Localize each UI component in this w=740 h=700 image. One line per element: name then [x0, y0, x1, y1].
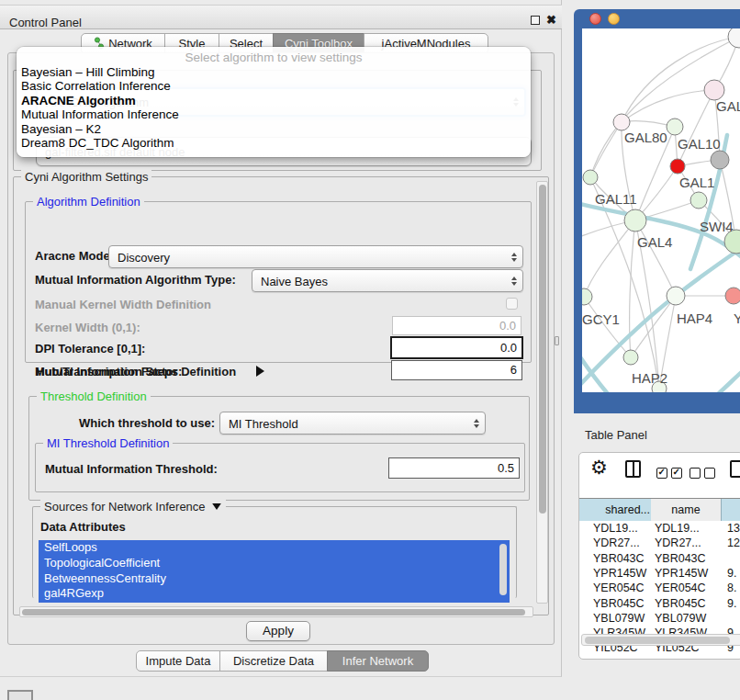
attribute-item[interactable]: TopologicalCoefficient [39, 556, 510, 571]
mi-threshold-input[interactable]: 0.5 [388, 457, 520, 479]
table-cell: YBR043C [593, 552, 645, 565]
window-zoom-icon[interactable] [626, 13, 638, 25]
network-node[interactable] [583, 170, 598, 185]
table-horizontal-scrollbar[interactable] [581, 634, 740, 646]
table-cell: YPR145W [655, 567, 708, 580]
network-node[interactable] [690, 192, 707, 209]
which-threshold-combobox[interactable]: MI Threshold [219, 412, 486, 435]
table-column-header[interactable]: shared... [579, 499, 656, 521]
algorithm-option[interactable]: Bayesian – Hill Climbing [17, 65, 531, 79]
collapse-arrow-icon[interactable] [212, 503, 221, 510]
combo-stepper-icon [511, 277, 517, 286]
table-column-header[interactable] [722, 499, 740, 521]
network-node[interactable] [667, 119, 683, 135]
attribute-item[interactable]: SelfLoops [39, 540, 510, 556]
node-label: GAL1 [679, 175, 714, 190]
kernel-width-input[interactable]: 0.0 [392, 316, 521, 335]
dpi-tolerance-input[interactable]: 0.0 [390, 336, 523, 359]
node-label: GAL10 [678, 136, 721, 152]
table-row[interactable]: YBR043CYBR043C [579, 552, 740, 567]
table-cell: YBR045C [655, 597, 706, 610]
algorithm-option[interactable]: Dream8 DC_TDC Algorithm [17, 136, 531, 150]
data-attributes-list[interactable]: SelfLoopsTopologicalCoefficientBetweenne… [39, 540, 510, 603]
table-row[interactable]: YPR145WYPR145W9. [579, 567, 740, 581]
network-node[interactable] [667, 287, 685, 305]
settings-vertical-scrollbar-thumb[interactable] [539, 185, 546, 514]
table-row[interactable]: YDR27...YDR27...12 [579, 536, 740, 551]
close-panel-icon[interactable]: ✖ [546, 13, 556, 27]
table-cell: 12 [727, 536, 740, 549]
table-column-header[interactable]: name [651, 499, 722, 521]
table-row[interactable]: YBR045CYBR045C9. [579, 597, 740, 612]
select-all-icon[interactable] [656, 466, 682, 482]
node-label: SWI4 [700, 219, 734, 234]
algorithm-dropdown-list: Select algorithm to view settings Bayesi… [17, 47, 531, 157]
algorithm-options: Bayesian – Hill ClimbingBasic Correlatio… [17, 65, 531, 150]
table-horizontal-scrollbar-thumb[interactable] [585, 637, 730, 644]
algorithm-option[interactable]: Basic Correlation Inference [17, 79, 531, 93]
dropdown-prompt: Select algorithm to view settings [17, 51, 531, 65]
node-label: GCY1 [582, 311, 620, 327]
hub-section-label: Hub/Transcription Factor Definition [36, 365, 236, 378]
network-node[interactable] [725, 288, 740, 304]
settings-horizontal-scrollbar[interactable] [19, 606, 533, 617]
network-node[interactable] [623, 350, 638, 365]
attributes-scrollbar-thumb[interactable] [499, 544, 507, 595]
table-row[interactable]: YDL19...YDL19...13 [579, 522, 740, 536]
network-node[interactable] [728, 28, 740, 48]
settings-horizontal-scrollbar-thumb[interactable] [22, 609, 525, 615]
network-node[interactable] [711, 151, 729, 169]
algorithm-option[interactable]: Bayesian – K2 [17, 122, 531, 136]
manual-kernel-label: Manual Kernel Width Definition [35, 298, 211, 311]
combo-stepper-icon [474, 419, 479, 428]
algorithm-option[interactable]: Mutual Information Inference [17, 107, 531, 121]
tab-infer-network[interactable]: Infer Network [327, 650, 429, 672]
algorithm-option[interactable]: ARACNE Algorithm [17, 94, 531, 107]
network-node[interactable] [582, 288, 592, 305]
table-cell: YBL079W [593, 612, 645, 625]
manual-kernel-checkbox[interactable] [506, 298, 518, 310]
expand-arrow-icon[interactable] [256, 366, 264, 377]
node-label: Y [734, 310, 740, 326]
attribute-item[interactable]: BetweennessCentrality [39, 571, 510, 587]
combo-stepper-icon [511, 253, 517, 262]
minimized-panel-icon[interactable] [7, 690, 33, 700]
kernel-width-label: Kernel Width (0,1): [35, 321, 140, 334]
table-cell: YER054C [655, 581, 706, 594]
mi-type-combobox[interactable]: Naive Bayes [252, 269, 523, 292]
table-row[interactable]: YBL079WYBL079W [579, 612, 740, 627]
window-minimize-icon[interactable] [608, 13, 620, 25]
attribute-item[interactable]: gal4RGexp [39, 586, 510, 602]
tab-discretize-data[interactable]: Discretize Data [219, 650, 328, 672]
dpi-tolerance-label: DPI Tolerance [0,1]: [35, 342, 145, 356]
apply-button[interactable]: Apply [246, 621, 310, 641]
aracne-mode-combobox[interactable]: Discovery [108, 245, 523, 268]
panel-splitter-handle[interactable] [555, 336, 559, 345]
float-panel-icon[interactable] [531, 16, 540, 25]
threshold-definition-group: Threshold Definition Which threshold to … [28, 396, 530, 501]
data-attributes-label: Data Attributes [40, 520, 126, 534]
control-panel-title: Control Panel [9, 16, 82, 29]
window-close-icon[interactable] [589, 13, 601, 25]
table-cell: YBR043C [655, 552, 706, 565]
network-edge [590, 122, 622, 177]
gear-icon[interactable]: ⚙ [590, 457, 608, 478]
tab-impute-data[interactable]: Impute Data [136, 650, 220, 672]
export-table-icon[interactable] [730, 460, 740, 478]
network-node[interactable] [704, 80, 724, 100]
deselect-all-icon[interactable] [690, 466, 715, 482]
node-label: HAP2 [632, 370, 667, 386]
mi-threshold-label: Mutual Information Threshold: [45, 462, 218, 476]
which-threshold-value: MI Threshold [229, 416, 298, 430]
network-node[interactable] [624, 209, 646, 231]
column-chooser-icon[interactable] [625, 460, 641, 478]
network-node[interactable] [670, 159, 685, 174]
mi-type-value: Naive Bayes [261, 274, 328, 288]
network-node[interactable] [613, 114, 630, 130]
settings-vertical-scrollbar[interactable] [536, 181, 548, 604]
mi-steps-input[interactable]: 6 [391, 360, 522, 380]
table-header-row: shared...name [579, 499, 740, 521]
network-canvas[interactable]: GALGAL80GAL10GAL1GAL11SWI4GAL4GCY1HAP4YH… [582, 28, 740, 392]
network-view-window[interactable]: GALGAL80GAL10GAL1GAL11SWI4GAL4GCY1HAP4YH… [574, 9, 740, 413]
table-row[interactable]: YER054CYER054C8. [579, 581, 740, 596]
